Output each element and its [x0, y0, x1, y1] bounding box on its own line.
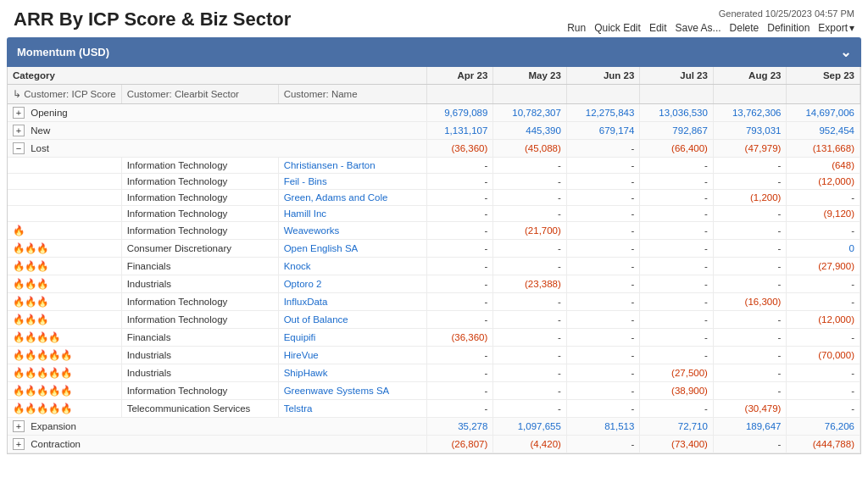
expand-opening-icon[interactable]: +: [13, 107, 25, 119]
table-row: 🔥🔥🔥🔥🔥 Industrials ShipHawk - - - (27,500…: [8, 364, 860, 382]
table-row: 🔥🔥🔥 Information Technology Out of Balanc…: [8, 311, 860, 329]
row-lost-label: − Lost: [8, 140, 426, 158]
expand-new-icon[interactable]: +: [13, 125, 25, 136]
new-jun: 679,174: [566, 122, 640, 140]
table-row: + New 1,131,107 445,390 679,174 792,867 …: [8, 122, 860, 140]
lost-row-sector-0: Information Technology: [121, 158, 278, 174]
lost-jun: -: [566, 140, 640, 158]
col-header-may: May 23: [493, 67, 567, 85]
table-row: 🔥🔥🔥 Financials Knock - - - - - (27,900): [8, 258, 860, 275]
col-header-sep: Sep 23: [787, 67, 860, 85]
contraction-may: (4,420): [493, 436, 567, 453]
new-sep: 952,454: [787, 122, 860, 140]
opening-sep: 14,697,006: [787, 104, 860, 122]
contraction-aug: -: [713, 436, 787, 453]
toolbar: Run Quick Edit Edit Save As... Delete De…: [567, 22, 854, 34]
row-contraction-label: + Contraction: [8, 436, 426, 453]
col-sub-header-jun: [566, 85, 640, 104]
definition-button[interactable]: Definition: [767, 22, 810, 34]
expand-contraction-icon[interactable]: +: [13, 438, 25, 450]
expansion-sep: 76,206: [787, 418, 860, 436]
col-sub-header-icp: ↳ Customer: ICP Score: [8, 85, 121, 104]
opening-may: 10,782,307: [493, 104, 567, 122]
new-jul: 792,867: [640, 122, 714, 140]
table-row: 🔥🔥🔥🔥🔥 Telecommunication Services Telstra…: [8, 400, 860, 418]
table-row: 🔥🔥🔥🔥 Financials Equipifi (36,360) - - - …: [8, 329, 860, 347]
expand-expansion-icon[interactable]: +: [13, 420, 25, 432]
section-title: Momentum (USD): [17, 46, 109, 58]
table-row: 🔥🔥🔥 Industrials Optoro 2 - (23,388) - - …: [8, 275, 860, 293]
expansion-jun: 81,513: [566, 418, 640, 436]
new-may: 445,390: [493, 122, 567, 140]
table-row: + Expansion 35,278 1,097,655 81,513 72,7…: [8, 418, 860, 436]
edit-button[interactable]: Edit: [649, 22, 667, 34]
export-button[interactable]: Export ▾: [818, 22, 854, 34]
opening-aug: 13,762,306: [713, 104, 787, 122]
col-sub-header-sector: Customer: Clearbit Sector: [121, 85, 278, 104]
opening-jun: 12,275,843: [566, 104, 640, 122]
save-as-button[interactable]: Save As...: [676, 22, 721, 34]
delete-button[interactable]: Delete: [730, 22, 760, 34]
col-header-apr: Apr 23: [426, 67, 493, 85]
col-sub-header-name: Customer: Name: [278, 85, 426, 104]
lost-row-icp-0: [8, 158, 121, 174]
run-button[interactable]: Run: [567, 22, 586, 34]
lost-sep: (131,668): [787, 140, 860, 158]
contraction-jun: -: [566, 436, 640, 453]
main-table: Category Apr 23 May 23 Jun 23 Jul 23 Aug…: [8, 67, 860, 453]
section-collapse-icon[interactable]: ⌄: [840, 44, 851, 60]
opening-jul: 13,036,530: [640, 104, 714, 122]
lost-aug: (47,979): [713, 140, 787, 158]
export-chevron-icon: ▾: [849, 22, 854, 34]
col-sub-header-may: [493, 85, 567, 104]
lost-jul: (66,400): [640, 140, 714, 158]
table-row: Information Technology Green, Adams and …: [8, 190, 860, 206]
table-row: 🔥🔥🔥🔥🔥 Information Technology Greenwave S…: [8, 382, 860, 400]
lost-may: (45,088): [493, 140, 567, 158]
table-row: + Opening 9,679,089 10,782,307 12,275,84…: [8, 104, 860, 122]
opening-apr: 9,679,089: [426, 104, 493, 122]
col-sub-header-jul: [640, 85, 714, 104]
generated-text: Generated 10/25/2023 04:57 PM: [567, 8, 854, 19]
row-opening-label: + Opening: [8, 104, 426, 122]
contraction-sep: (444,788): [787, 436, 860, 453]
expansion-aug: 189,647: [713, 418, 787, 436]
page-header: ARR By ICP Score & Biz Sector Generated …: [0, 0, 868, 37]
table-row: Information Technology Christiansen - Ba…: [8, 158, 860, 174]
row-new-label: + New: [8, 122, 426, 140]
header-right: Generated 10/25/2023 04:57 PM Run Quick …: [567, 8, 854, 34]
row-expansion-label: + Expansion: [8, 418, 426, 436]
table-row: 🔥🔥🔥 Information Technology InfluxData - …: [8, 293, 860, 311]
col-sub-header-sep: [787, 85, 860, 104]
contraction-jul: (73,400): [640, 436, 714, 453]
col-header-aug: Aug 23: [713, 67, 787, 85]
lost-apr: (36,360): [426, 140, 493, 158]
table-row: − Lost (36,360) (45,088) - (66,400) (47,…: [8, 140, 860, 158]
contraction-apr: (26,807): [426, 436, 493, 453]
expansion-may: 1,097,655: [493, 418, 567, 436]
quick-edit-button[interactable]: Quick Edit: [594, 22, 641, 34]
col-header-category: Category: [8, 67, 426, 85]
col-sub-header-apr: [426, 85, 493, 104]
table-row: + Contraction (26,807) (4,420) - (73,400…: [8, 436, 860, 453]
table-row: 🔥 Information Technology Weaveworks - (2…: [8, 222, 860, 240]
table-row: 🔥🔥🔥🔥🔥 Industrials HireVue - - - - - (70,…: [8, 347, 860, 364]
main-table-container: Category Apr 23 May 23 Jun 23 Jul 23 Aug…: [7, 67, 861, 454]
col-header-jul: Jul 23: [640, 67, 714, 85]
table-row: Information Technology Hamill Inc - - - …: [8, 206, 860, 222]
table-row: 🔥🔥🔥 Consumer Discretionary Open English …: [8, 240, 860, 258]
expand-lost-icon[interactable]: −: [13, 142, 25, 154]
page-title: ARR By ICP Score & Biz Sector: [14, 8, 291, 31]
expansion-apr: 35,278: [426, 418, 493, 436]
new-apr: 1,131,107: [426, 122, 493, 140]
section-header: Momentum (USD) ⌄: [7, 37, 861, 67]
new-aug: 793,031: [713, 122, 787, 140]
col-header-jun: Jun 23: [566, 67, 640, 85]
lost-row-name-0: Christiansen - Barton: [278, 158, 426, 174]
expansion-jul: 72,710: [640, 418, 714, 436]
table-row: Information Technology Feil - Bins - - -…: [8, 174, 860, 190]
col-sub-header-aug: [713, 85, 787, 104]
